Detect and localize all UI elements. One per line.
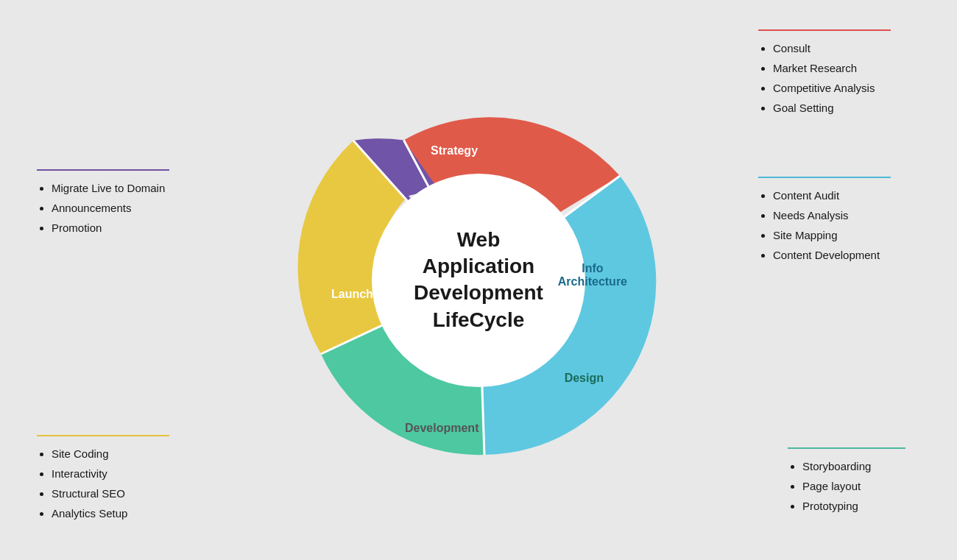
list-item: Site Coding bbox=[52, 444, 184, 464]
info-arch-line bbox=[758, 177, 891, 178]
design-line bbox=[788, 447, 905, 449]
strategy-panel: Consult Market Research Competitive Anal… bbox=[758, 29, 920, 118]
design-panel: Storyboarding Page layout Prototyping bbox=[788, 447, 920, 516]
list-item: Site Mapping bbox=[773, 225, 920, 245]
list-item: Consult bbox=[773, 38, 920, 58]
center-text: Web Application Development LifeCycle bbox=[405, 227, 552, 334]
development-list: Site Coding Interactivity Structural SEO… bbox=[37, 444, 184, 523]
list-item: Goal Setting bbox=[773, 98, 920, 118]
design-list: Storyboarding Page layout Prototyping bbox=[788, 456, 920, 516]
design-label: Design bbox=[565, 372, 604, 385]
list-item: Content Development bbox=[773, 245, 920, 265]
launch-line bbox=[37, 169, 169, 171]
list-item: Migrate Live to Domain bbox=[52, 178, 184, 198]
list-item: Announcements bbox=[52, 198, 184, 218]
strategy-list: Consult Market Research Competitive Anal… bbox=[758, 38, 920, 118]
list-item: Analytics Setup bbox=[52, 503, 184, 523]
list-item: Competitive Analysis bbox=[773, 78, 920, 98]
info-arch-panel: Content Audit Needs Analysis Site Mappin… bbox=[758, 177, 920, 265]
chart-area: Web Application Development LifeCycle St… bbox=[280, 67, 677, 494]
info-arch-list: Content Audit Needs Analysis Site Mappin… bbox=[758, 185, 920, 265]
launch-list: Migrate Live to Domain Announcements Pro… bbox=[37, 178, 184, 238]
list-item: Content Audit bbox=[773, 185, 920, 205]
list-item: Promotion bbox=[52, 218, 184, 238]
development-panel: Site Coding Interactivity Structural SEO… bbox=[37, 435, 184, 523]
development-line bbox=[37, 435, 169, 436]
strategy-line bbox=[758, 29, 891, 31]
list-item: Prototyping bbox=[802, 496, 920, 516]
list-item: Market Research bbox=[773, 58, 920, 78]
list-item: Page layout bbox=[802, 476, 920, 496]
list-item: Interactivity bbox=[52, 464, 184, 483]
strategy-label: Strategy bbox=[431, 144, 478, 157]
development-label: Development bbox=[405, 422, 478, 435]
main-container: Web Application Development LifeCycle St… bbox=[0, 0, 957, 560]
list-item: Structural SEO bbox=[52, 483, 184, 503]
list-item: Storyboarding bbox=[802, 456, 920, 476]
launch-panel: Migrate Live to Domain Announcements Pro… bbox=[37, 169, 184, 238]
launch-label: Launch bbox=[331, 288, 373, 301]
list-item: Needs Analysis bbox=[773, 205, 920, 225]
info-arch-label: Info Architecture bbox=[558, 262, 627, 288]
